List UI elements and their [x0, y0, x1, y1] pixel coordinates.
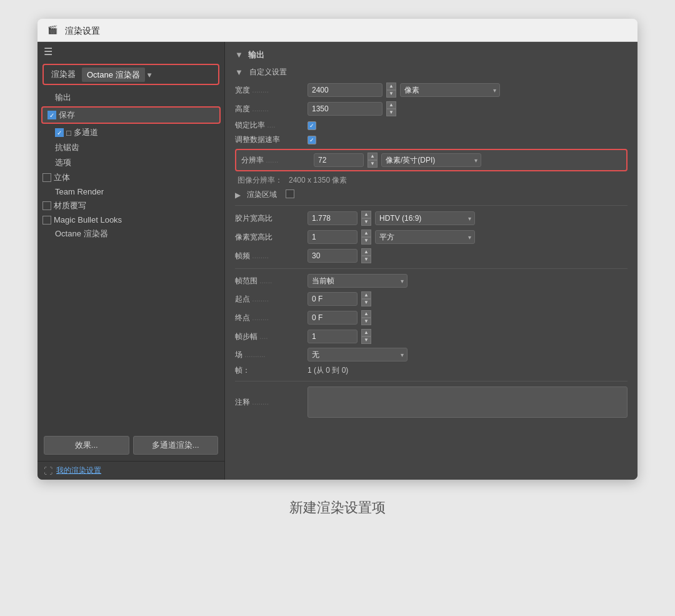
- film-aspect-input[interactable]: [308, 211, 358, 225]
- height-input[interactable]: [308, 102, 382, 116]
- renderer-select[interactable]: Octane 渲染器: [82, 68, 145, 82]
- preset-row: ▼ 自定义设置: [235, 67, 628, 78]
- adjust-data-row: 调整数据速率: [235, 134, 628, 145]
- stereo-checkbox[interactable]: [42, 173, 51, 182]
- nav-label-output: 输出: [55, 92, 71, 103]
- notes-textarea[interactable]: [308, 386, 628, 418]
- multipass-render-button[interactable]: 多通道渲染...: [133, 436, 219, 455]
- multipass-checkbox[interactable]: [55, 128, 64, 137]
- height-row: 高度 ........ ▲ ▼: [235, 101, 628, 116]
- fps-row: 帧频 ........ ▲ ▼: [235, 248, 628, 263]
- nav-item-magic-bullet[interactable]: Magic Bullet Looks: [38, 213, 224, 226]
- save-checkbox[interactable]: [48, 111, 56, 119]
- film-aspect-spinner: ▲ ▼: [361, 211, 371, 226]
- expand-icon[interactable]: ⛶: [44, 466, 52, 476]
- nav-item-team-render[interactable]: Team Render: [38, 185, 224, 198]
- nav-item-multipass[interactable]: □ 多通道: [38, 125, 224, 140]
- material-override-checkbox[interactable]: [42, 201, 51, 210]
- nav-label-antialias: 抗锯齿: [55, 142, 79, 153]
- start-down[interactable]: ▼: [361, 299, 371, 306]
- end-input[interactable]: [308, 311, 358, 325]
- width-input[interactable]: [308, 83, 382, 97]
- width-up[interactable]: ▲: [386, 83, 396, 90]
- film-aspect-preset-wrapper: HDTV (16:9): [375, 211, 475, 225]
- frame-step-label: 帧步幅 ....: [235, 331, 304, 342]
- fps-up[interactable]: ▲: [361, 248, 371, 256]
- preset-label: 自定义设置: [249, 67, 287, 78]
- frame-step-up[interactable]: ▲: [361, 329, 371, 336]
- effects-button[interactable]: 效果...: [44, 436, 129, 455]
- end-up[interactable]: ▲: [361, 310, 371, 318]
- end-down[interactable]: ▼: [361, 318, 371, 325]
- pixel-aspect-preset-select[interactable]: 平方: [375, 230, 475, 244]
- button-row: 效果... 多通道渲染...: [38, 430, 224, 461]
- height-label: 高度 ........: [235, 104, 304, 114]
- resolution-input[interactable]: [314, 153, 364, 167]
- film-aspect-row: 胶片宽高比 ▲ ▼ HDTV (16:9): [235, 211, 628, 226]
- frames-label: 帧：: [235, 365, 304, 376]
- start-up[interactable]: ▲: [361, 291, 371, 299]
- fps-input[interactable]: [308, 249, 358, 263]
- hamburger-icon[interactable]: ☰: [44, 46, 52, 58]
- app-icon: 🎬: [48, 25, 60, 38]
- field-label: 场 ..........: [235, 350, 304, 360]
- frame-range-select[interactable]: 当前帧: [308, 274, 408, 288]
- lock-ratio-checkbox[interactable]: [308, 121, 316, 130]
- image-resolution-row: 图像分辨率： 2400 x 1350 像素: [235, 175, 628, 186]
- field-row: 场 .......... 无: [235, 348, 628, 361]
- page-subtitle: 新建渲染设置项: [289, 498, 386, 517]
- resolution-down[interactable]: ▼: [368, 160, 378, 168]
- left-panel: ☰ 渲染器 Octane 渲染器 ▾ 输出 保存: [38, 42, 225, 480]
- render-region-arrow[interactable]: ▶: [235, 191, 241, 199]
- renderer-select-wrapper: Octane 渲染器 ▾: [82, 68, 154, 82]
- nav-item-options[interactable]: 选项: [38, 155, 224, 170]
- preset-arrow[interactable]: ▼: [235, 68, 243, 77]
- nav-item-stereo[interactable]: 立体: [38, 170, 224, 185]
- divider-2: [235, 268, 628, 269]
- nav-item-material-override[interactable]: 材质覆写: [38, 198, 224, 213]
- nav-label-octane-renderer: Octane 渲染器: [55, 228, 108, 240]
- field-select-wrapper: 无: [308, 348, 408, 361]
- adjust-data-checkbox[interactable]: [308, 136, 316, 144]
- frame-step-input[interactable]: [308, 330, 358, 343]
- pixel-aspect-label: 像素宽高比: [235, 232, 304, 243]
- nav-item-octane-renderer[interactable]: Octane 渲染器: [38, 226, 224, 241]
- film-aspect-up[interactable]: ▲: [361, 211, 371, 218]
- nav-item-antialias[interactable]: 抗锯齿: [38, 140, 224, 155]
- fps-down[interactable]: ▼: [361, 256, 371, 263]
- renderer-selector-row: 渲染器 Octane 渲染器 ▾: [42, 64, 219, 85]
- frame-range-row: 帧范围 ...... 当前帧: [235, 274, 628, 288]
- height-spinner: ▲ ▼: [386, 101, 396, 116]
- frames-value: 1 (从 0 到 0): [308, 365, 348, 376]
- magic-bullet-checkbox[interactable]: [42, 216, 51, 225]
- render-region-label: 渲染区域: [247, 189, 277, 200]
- start-input[interactable]: [308, 292, 358, 306]
- adjust-data-label: 调整数据速率: [235, 134, 304, 145]
- width-down[interactable]: ▼: [386, 90, 396, 98]
- nav-label-stereo: 立体: [54, 172, 70, 183]
- start-label: 起点 ........: [235, 294, 304, 305]
- frame-step-down[interactable]: ▼: [361, 336, 371, 344]
- render-presets-link[interactable]: 我的渲染设置: [56, 465, 101, 476]
- pixel-aspect-down[interactable]: ▼: [361, 237, 371, 245]
- height-down[interactable]: ▼: [386, 109, 396, 116]
- width-unit-select[interactable]: 像素: [400, 83, 500, 97]
- frame-step-spinner: ▲ ▼: [361, 329, 371, 344]
- pixel-aspect-up[interactable]: ▲: [361, 230, 371, 237]
- nav-item-save[interactable]: 保存: [41, 106, 221, 124]
- field-select[interactable]: 无: [308, 348, 408, 361]
- nav-item-output[interactable]: 输出: [38, 90, 224, 105]
- nav-label-material-override: 材质覆写: [54, 200, 86, 211]
- render-region-checkbox[interactable]: [286, 189, 294, 198]
- height-up[interactable]: ▲: [386, 101, 396, 109]
- pixel-aspect-input[interactable]: [308, 230, 358, 244]
- width-dots: ........: [252, 86, 269, 94]
- resolution-unit-select[interactable]: 像素/英寸(DPI): [381, 153, 481, 167]
- film-aspect-preset-select[interactable]: HDTV (16:9): [375, 211, 475, 225]
- output-section-header: ▼ 输出: [235, 49, 628, 61]
- film-aspect-down[interactable]: ▼: [361, 218, 371, 226]
- resolution-up[interactable]: ▲: [368, 153, 378, 160]
- notes-label: 注释 ........: [235, 397, 304, 408]
- title-bar: 🎬 渲染设置: [38, 19, 638, 42]
- collapse-arrow[interactable]: ▼: [235, 50, 243, 59]
